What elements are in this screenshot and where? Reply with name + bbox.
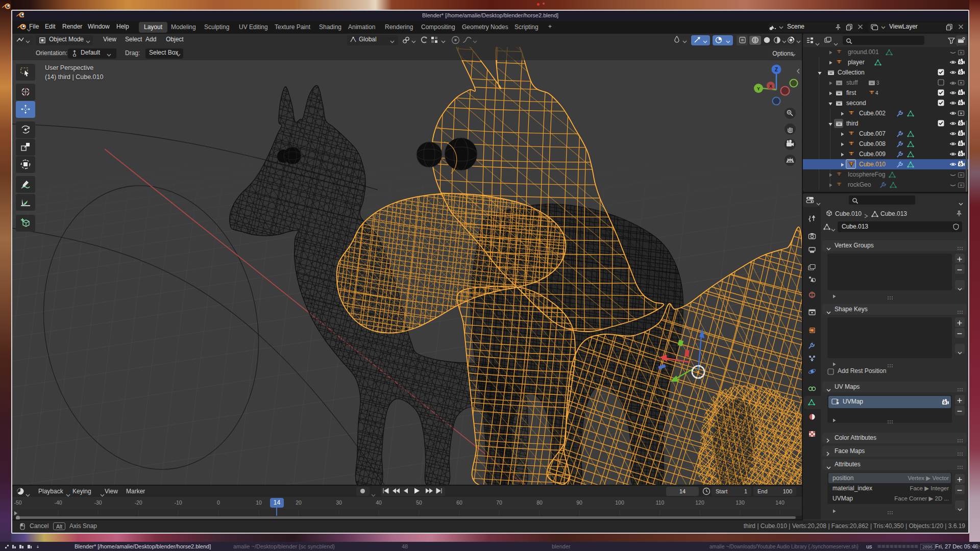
- svg-text:Y: Y: [757, 86, 760, 91]
- svg-text:Z: Z: [775, 67, 778, 72]
- svg-text:X: X: [769, 84, 772, 89]
